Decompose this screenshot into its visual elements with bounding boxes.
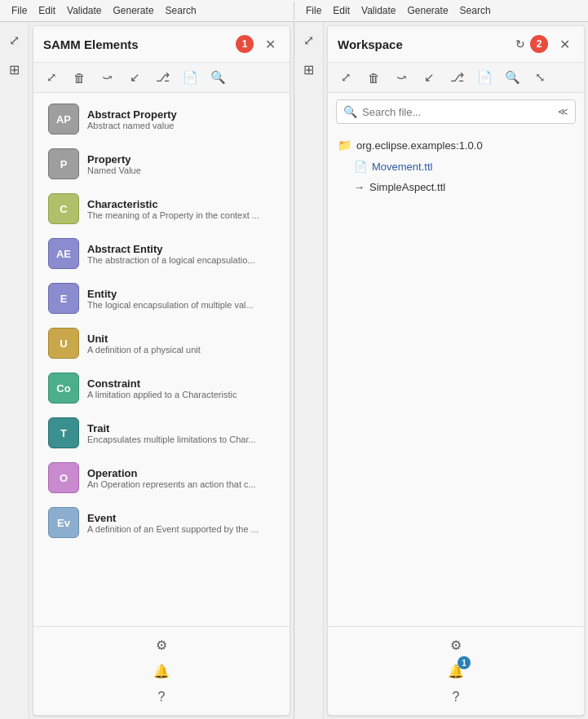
element-item-c[interactable]: C Characteristic The meaning of a Proper… <box>38 187 285 231</box>
bell-with-badge[interactable]: 🔔 1 <box>444 659 467 682</box>
samm-close-button[interactable]: ✕ <box>260 34 280 54</box>
grid-icon-right[interactable]: ⊞ <box>298 58 321 81</box>
move-icon-right[interactable]: ⤢ <box>298 29 321 51</box>
workspace-close-button[interactable]: ✕ <box>555 34 574 54</box>
samm-panel-header: SAMM Elements 1 ✕ <box>33 26 290 63</box>
element-item-ev[interactable]: Ev Event A definition of an Event suppor… <box>38 501 285 545</box>
element-desc-ev: A definition of an Event supported by th… <box>87 524 275 534</box>
element-item-co[interactable]: Co Constraint A limitation applied to a … <box>38 366 285 410</box>
element-name-ap: Abstract Property <box>87 108 275 121</box>
element-item-p[interactable]: P Property Named Value <box>38 142 285 186</box>
workspace-folder-item[interactable]: 📁 org.eclipse.examples:1.0.0 <box>338 134 574 157</box>
toolbar-search-btn-r[interactable]: 🔍 <box>501 66 524 89</box>
element-desc-t: Encapsulates multiple limitations to Cha… <box>87 434 275 444</box>
settings-icon-right[interactable]: ⚙ <box>444 633 467 656</box>
menu-validate-left[interactable]: Validate <box>62 3 106 18</box>
toolbar-file-btn[interactable]: 📄 <box>179 66 201 89</box>
element-icon-ae: AE <box>48 238 79 269</box>
element-icon-c: C <box>48 193 79 224</box>
collapse-icon[interactable]: ≪ <box>558 106 568 117</box>
element-icon-e: E <box>48 283 79 314</box>
element-item-o[interactable]: O Operation An Operation represents an a… <box>38 456 285 500</box>
toolbar-trash-btn-r[interactable]: 🗑 <box>362 66 385 89</box>
toolbar-move-btn[interactable]: ⤢ <box>40 66 63 89</box>
element-name-t: Trait <box>87 422 275 434</box>
element-text-c: Characteristic The meaning of a Property… <box>87 198 275 220</box>
search-icon: 🔍 <box>343 105 357 118</box>
menu-file-right[interactable]: File <box>301 3 326 18</box>
element-item-ae[interactable]: AE Abstract Entity The abstraction of a … <box>38 232 285 276</box>
element-desc-ae: The abstraction of a logical encapsulati… <box>87 255 275 265</box>
file-icon-movement: 📄 <box>354 161 367 173</box>
element-name-ev: Event <box>87 512 275 524</box>
menu-search-right[interactable]: Search <box>455 3 496 18</box>
toolbar-link-btn-r[interactable]: ⤻ <box>390 66 413 89</box>
element-text-u: Unit A definition of a physical unit <box>87 333 275 355</box>
element-text-e: Entity The logical encapsulation of mult… <box>87 288 275 310</box>
right-menubar: File Edit Validate Generate Search <box>294 2 588 20</box>
element-icon-o: O <box>48 462 79 493</box>
left-sidebar: ⤢ ⊞ <box>0 22 29 719</box>
toolbar-trash-btn[interactable]: 🗑 <box>68 66 91 89</box>
menubar: File Edit Validate Generate Search File … <box>0 0 588 22</box>
file-name-movement: Movement.ttl <box>372 161 432 173</box>
search-input[interactable] <box>362 106 558 118</box>
right-toolbar: ⤢ 🗑 ⤻ ↙ ⎇ 📄 🔍 ⤡ <box>328 63 584 93</box>
element-icon-t: T <box>48 417 79 448</box>
workspace-panel-header: Workspace ↻ 2 ✕ <box>328 26 584 63</box>
element-name-o: Operation <box>87 467 275 479</box>
right-section: ⤢ ⊞ Workspace ↻ 2 ✕ ⤢ 🗑 ⤻ ↙ ⎇ 📄 🔍 ⤡ <box>294 22 588 719</box>
move-icon-left[interactable]: ⤢ <box>3 29 26 51</box>
toolbar-file-btn-r[interactable]: 📄 <box>473 66 496 89</box>
element-desc-e: The logical encapsulation of multiple va… <box>87 300 275 310</box>
element-item-u[interactable]: U Unit A definition of a physical unit <box>38 321 285 365</box>
help-icon-right[interactable]: ? <box>444 686 467 708</box>
toolbar-expand-btn-r[interactable]: ⤡ <box>528 66 551 89</box>
toolbar-arrow-btn-r[interactable]: ↙ <box>418 66 440 89</box>
main-content: ⤢ ⊞ SAMM Elements 1 ✕ ⤢ 🗑 ⤻ ↙ ⎇ 📄 🔍 <box>0 22 588 719</box>
element-desc-c: The meaning of a Property in the context… <box>87 210 275 220</box>
element-desc-co: A limitation applied to a Characteristic <box>87 390 275 399</box>
workspace-file-simpleaspect[interactable]: → SimpleAspect.ttl <box>338 177 574 197</box>
element-name-ae: Abstract Entity <box>87 243 275 255</box>
element-item-e[interactable]: E Entity The logical encapsulation of mu… <box>38 276 285 320</box>
element-icon-co: Co <box>48 373 79 404</box>
toolbar-move-btn-r[interactable]: ⤢ <box>334 66 357 89</box>
toolbar-arrow-btn[interactable]: ↙ <box>123 66 146 89</box>
element-icon-ev: Ev <box>48 507 79 538</box>
menu-edit-left[interactable]: Edit <box>33 3 60 18</box>
left-menubar: File Edit Validate Generate Search <box>0 2 294 20</box>
workspace-search-box[interactable]: 🔍 ≪ <box>336 99 576 124</box>
toolbar-tree-btn[interactable]: ⎇ <box>151 66 174 89</box>
menu-validate-right[interactable]: Validate <box>356 3 400 18</box>
workspace-refresh-icon[interactable]: ↻ <box>515 37 525 51</box>
element-desc-u: A definition of a physical unit <box>87 345 275 355</box>
element-desc-p: Named Value <box>87 165 275 175</box>
element-item-t[interactable]: T Trait Encapsulates multiple limitation… <box>38 411 285 455</box>
settings-icon-left[interactable]: ⚙ <box>150 633 173 656</box>
element-item-ap[interactable]: AP Abstract Property Abstract named valu… <box>38 97 285 141</box>
workspace-panel: Workspace ↻ 2 ✕ ⤢ 🗑 ⤻ ↙ ⎇ 📄 🔍 ⤡ 🔍 ≪ <box>327 25 585 716</box>
toolbar-link-btn[interactable]: ⤻ <box>95 66 118 89</box>
help-icon-left[interactable]: ? <box>150 686 173 708</box>
toolbar-search-btn[interactable]: 🔍 <box>206 66 229 89</box>
elements-list: AP Abstract Property Abstract named valu… <box>33 93 290 626</box>
menu-generate-right[interactable]: Generate <box>403 3 453 18</box>
workspace-file-movement[interactable]: 📄 Movement.ttl <box>338 157 574 177</box>
workspace-tree: 📁 org.eclipse.examples:1.0.0 📄 Movement.… <box>328 130 584 201</box>
element-name-co: Constraint <box>87 377 275 390</box>
menu-search-left[interactable]: Search <box>161 3 201 18</box>
menu-file-left[interactable]: File <box>7 3 32 18</box>
element-text-ev: Event A definition of an Event supported… <box>87 512 275 534</box>
element-text-ap: Abstract Property Abstract named value <box>87 108 275 130</box>
grid-icon-left[interactable]: ⊞ <box>3 58 26 81</box>
right-bottom-icons: ⚙ 🔔 1 ? <box>328 626 584 715</box>
menu-generate-left[interactable]: Generate <box>108 3 159 18</box>
left-bottom-icons: ⚙ 🔔 ? <box>33 626 290 715</box>
left-section: ⤢ ⊞ SAMM Elements 1 ✕ ⤢ 🗑 ⤻ ↙ ⎇ 📄 🔍 <box>0 22 294 719</box>
menu-edit-right[interactable]: Edit <box>328 3 355 18</box>
file-name-simpleaspect: SimpleAspect.ttl <box>369 181 445 193</box>
toolbar-tree-btn-r[interactable]: ⎇ <box>445 66 468 89</box>
bell-icon-left[interactable]: 🔔 <box>150 659 173 682</box>
samm-elements-panel: SAMM Elements 1 ✕ ⤢ 🗑 ⤻ ↙ ⎇ 📄 🔍 AP Abstr… <box>33 25 290 716</box>
